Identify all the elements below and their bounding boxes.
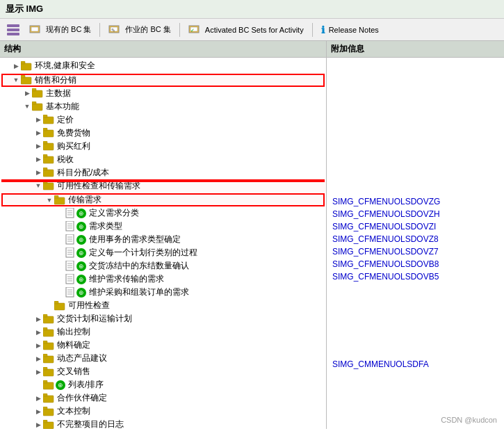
tree-row-sales[interactable]: ▼ 销售和分销 [0,74,326,87]
expand-incomplete[interactable]: ▶ [33,420,43,430]
tree-label-list: 列表/排序 [67,379,104,391]
tree-row-partner[interactable]: ▶ 合作伙伴确定 [0,391,326,405]
right-empty-par [327,371,504,383]
tree-row-dynamic[interactable]: ▶ 动态产品建议 [0,352,326,365]
tree-row-plan-row[interactable]: ⊕ 定义每一个计划行类别的过程 [0,246,326,259]
tree-row-output[interactable]: ▶ 输出控制 [0,325,326,339]
activated-bc-icon: ✓ [188,24,201,35]
divider-1 [99,23,100,37]
tree-row-account[interactable]: ▶ 科目分配/成本 [0,166,326,179]
folder-icon-free [43,128,54,138]
right-link-text-5: SIMG_CFMENUOLSDOVZ7 [332,247,439,257]
release-notes-btn[interactable]: ℹ Release Notes [317,23,383,37]
right-link-text-4: SIMG_CFMENUOLSDOVZ8 [332,234,439,244]
tree-row-text[interactable]: ▶ 文本控制 [0,405,326,418]
tree-row-transfer[interactable]: ▼ 传输需求 [0,193,326,206]
svg-rect-31 [54,197,65,204]
right-link-text-1: SIMG_CFMENUOLSDOVZG [332,197,440,206]
folder-icon-dynamic [43,354,54,364]
tree-row-maintain-transfer[interactable]: ⊕ 维护需求传输的需求 [0,273,326,286]
tree-row-basic[interactable]: ▼ 基本功能 [0,100,326,113]
expand-transfer[interactable]: ▼ [44,195,54,205]
right-link-5[interactable]: SIMG_CFMENUOLSDOVZ7 [327,245,504,258]
svg-rect-19 [43,117,54,124]
tree-row-tax[interactable]: ▶ 税收 [0,153,326,166]
svg-rect-0 [7,24,19,27]
svg-rect-70 [43,354,47,357]
tree-row-cross[interactable]: ▶ 交叉销售 [0,365,326,378]
current-bc-label: 现有的 BC 集 [46,24,91,35]
expand-partner[interactable]: ▶ [33,393,43,403]
expand-pricing[interactable]: ▶ [33,115,43,124]
tree-row-bonus[interactable]: ▶ 购买红利 [0,140,326,153]
right-link-7[interactable]: SIMG_CFMENUOLSDOVB5 [327,270,504,283]
expand-1[interactable]: ▶ [11,61,21,71]
work-bc-set-btn[interactable]: ✎ 作业的 BC 集 [104,23,174,37]
current-bc-set-btn[interactable]: 现有的 BC 集 [25,23,95,37]
right-link-text-2: SIMG_CFMENUOLSDOVZH [332,209,440,219]
right-link-text-7: SIMG_CFMENUOLSDOVB5 [332,272,439,282]
tree-row-list[interactable]: ⊕ 列表/排序 [0,378,326,391]
right-link-4[interactable]: SIMG_CFMENUOLSDOVZ8 [327,233,504,245]
right-link-1[interactable]: SIMG_CFMENUOLSDOVZG [327,195,504,208]
folder-icon-partner [43,393,54,403]
green-circle-4: ⊕ [76,248,86,258]
tree-label-basic: 基本功能 [44,101,79,113]
expand-dynamic[interactable]: ▶ [33,354,43,364]
expand-bonus[interactable]: ▶ [33,141,43,151]
work-bc-icon: ✎ [108,24,121,35]
svg-rect-2 [7,33,19,35]
stack-icon-btn[interactable] [4,23,22,37]
expand-sales[interactable]: ▼ [11,75,21,85]
expand-basic[interactable]: ▼ [22,101,32,111]
expand-delivery[interactable]: ▶ [33,314,43,324]
tree-row-material[interactable]: ▶ 物料确定 [0,339,326,352]
activated-bc-btn[interactable]: ✓ Activated BC Sets for Activity [184,23,308,37]
tree-row-avail-check[interactable]: 可用性检查 [0,299,326,312]
right-link-list[interactable]: SIMG_CMMENUOLSDFA [327,358,504,371]
tree-row-demand-type[interactable]: ⊕ 需求类型 [0,220,326,233]
tree-row-pricing[interactable]: ▶ 定价 [0,113,326,127]
right-empty-cro [327,345,504,358]
tree-row-freeze[interactable]: ⊕ 交货冻结中的东结数量确认 [0,259,326,273]
expand-account[interactable]: ▶ [33,168,43,177]
tree-row-avail[interactable]: ▼ 可用性检查和传输需求 [0,179,326,193]
right-empty-6 [327,120,504,133]
expand-master[interactable]: ▶ [22,88,32,98]
svg-rect-64 [43,314,47,317]
expand-cross[interactable]: ▶ [33,367,43,377]
svg-rect-71 [43,369,54,376]
tree-row-master[interactable]: ▶ 主数据 [0,87,326,100]
svg-rect-61 [54,303,65,310]
svg-rect-4 [31,27,38,31]
expand-tax[interactable]: ▶ [33,154,43,164]
expand-output[interactable]: ▶ [33,327,43,337]
expand-material[interactable]: ▶ [33,341,43,350]
folder-icon-list [43,380,54,390]
tree-label-free: 免费货物 [56,127,90,139]
right-link-3[interactable]: SIMG_CFMENUOLSDOVZI [327,220,504,233]
tree-label-1: 环境,健康和安全 [33,60,95,72]
sales-highlight-container: ▼ 销售和分销 [0,74,326,87]
tree-row-def-class[interactable]: ⊕ 定义需求分类 [0,206,326,220]
tree-row-maintain-purchase[interactable]: ⊕ 维护采购和组装订单的需求 [0,286,326,299]
page-icon-3 [65,234,75,245]
page-icon-1 [65,208,75,219]
green-circle-7: ⊕ [76,288,86,298]
svg-rect-65 [43,330,54,336]
expand-avail[interactable]: ▼ [33,181,43,190]
expand-free[interactable]: ▶ [33,128,43,138]
expand-text[interactable]: ▶ [33,407,43,416]
right-empty-9 [327,158,504,170]
tree-row-1[interactable]: ▶ 环境,健康和安全 [0,59,326,72]
right-link-2[interactable]: SIMG_CFMENUOLSDOVZH [327,208,504,220]
tree-label-def-class: 定义需求分类 [88,207,139,219]
right-link-6[interactable]: SIMG_CFMENUOLSDOVB8 [327,258,504,270]
svg-rect-66 [43,327,47,330]
svg-rect-68 [43,341,47,343]
tree-row-incomplete[interactable]: ▶ 不完整项目的日志 [0,418,326,429]
tree-row-free[interactable]: ▶ 免费货物 [0,127,326,140]
tree-row-use-trans[interactable]: ⊕ 使用事务的需求类型确定 [0,233,326,246]
tree-row-delivery-plan[interactable]: ▶ 交货计划和运输计划 [0,312,326,325]
page-icon-7 [65,287,75,298]
